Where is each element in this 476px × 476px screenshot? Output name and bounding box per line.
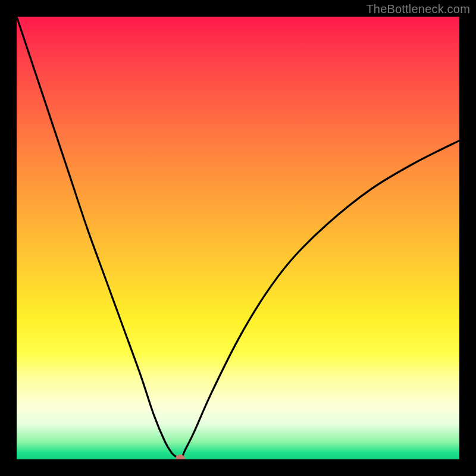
chart-frame: TheBottleneck.com xyxy=(0,0,476,476)
optimum-marker xyxy=(176,455,185,459)
plot-area xyxy=(17,17,459,459)
bottleneck-curve xyxy=(17,17,459,459)
watermark-text: TheBottleneck.com xyxy=(366,2,470,16)
